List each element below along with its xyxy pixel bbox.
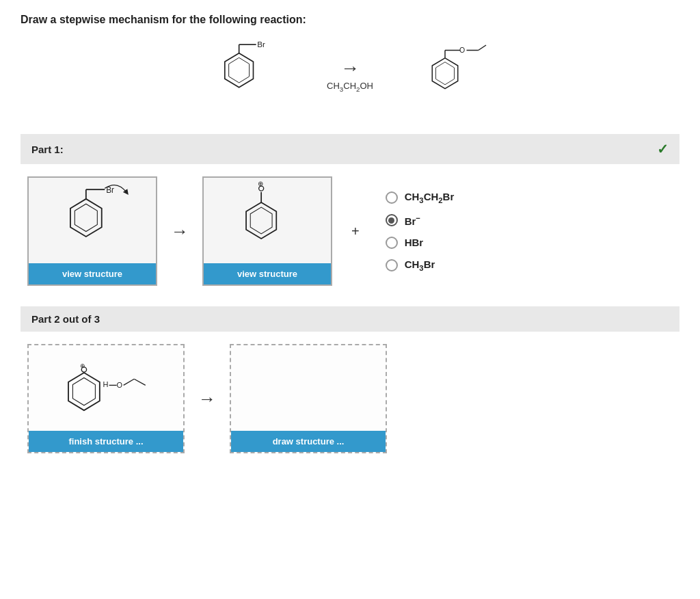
svg-line-30 xyxy=(124,379,135,385)
svg-line-31 xyxy=(134,379,146,385)
part1-molecule-img-1: Br xyxy=(29,178,156,263)
part1-molecule-box-2: ⊕ view structure xyxy=(202,176,332,286)
svg-text:H: H xyxy=(103,380,108,388)
part2-header: Part 2 out of 3 xyxy=(21,306,679,332)
part1-content: Br view structure → xyxy=(21,176,679,286)
radio-option-1[interactable]: CH3CH2Br xyxy=(386,191,455,204)
part2-molecule-img-2 xyxy=(231,345,386,431)
radio-circle-2[interactable] xyxy=(386,214,398,226)
plus-sign: + xyxy=(351,224,360,239)
svg-text:Br: Br xyxy=(257,40,265,49)
svg-text:⊕: ⊕ xyxy=(258,181,263,187)
product-molecule: O xyxy=(394,38,517,114)
reactant-svg: Br xyxy=(193,38,296,114)
svg-marker-19 xyxy=(250,207,272,234)
radio-options-group: CH3CH2Br Br− HBr CH3Br xyxy=(386,191,455,272)
radio-option-4[interactable]: CH3Br xyxy=(386,258,455,272)
finish-structure-btn[interactable]: finish structure ... xyxy=(29,431,183,452)
svg-marker-1 xyxy=(229,57,250,83)
reaction-arrow-group: → CH3CH2OH xyxy=(327,59,373,93)
part1-product-svg: ⊕ xyxy=(216,181,319,260)
reagent-label: CH3CH2OH xyxy=(327,81,373,93)
svg-marker-24 xyxy=(72,377,95,405)
radio-option-2[interactable]: Br− xyxy=(386,214,455,227)
reaction-arrow: → xyxy=(340,59,360,78)
svg-marker-14 xyxy=(75,204,97,231)
part1-reactant-svg: Br xyxy=(41,183,144,258)
part2-molecule-img-1: ⊕ H O xyxy=(29,345,183,431)
part1-molecule-box-1: Br view structure xyxy=(27,176,157,286)
radio-circle-1[interactable] xyxy=(386,191,398,204)
reaction-display: Br → CH3CH2OH O xyxy=(21,38,679,114)
svg-text:O: O xyxy=(117,381,123,389)
part2-arrow: → xyxy=(198,388,216,410)
part2-content: ⊕ H O finish structure ... → draw struct… xyxy=(21,344,679,453)
svg-text:O: O xyxy=(459,46,465,54)
part2-molecule-box-2: draw structure ... xyxy=(230,344,387,453)
svg-line-12 xyxy=(479,45,486,51)
radio-circle-4[interactable] xyxy=(386,259,398,271)
part1-checkmark: ✓ xyxy=(657,141,669,157)
view-structure-btn-1[interactable]: view structure xyxy=(29,263,156,284)
part2-molecule-box-1: ⊕ H O finish structure ... xyxy=(27,344,185,453)
option-label-2: Br− xyxy=(405,214,420,227)
radio-circle-3[interactable] xyxy=(386,237,398,249)
option-label-1: CH3CH2Br xyxy=(405,191,455,204)
part1-header: Part 1: ✓ xyxy=(21,134,679,164)
part2-reactant-svg: ⊕ H O xyxy=(44,351,167,426)
page-title: Draw a stepwise mechanism for the follow… xyxy=(21,14,679,26)
part2-label: Part 2 out of 3 xyxy=(31,313,100,325)
part1-label: Part 1: xyxy=(31,144,64,155)
option-label-3: HBr xyxy=(405,237,424,248)
product-svg: O xyxy=(404,38,507,114)
svg-marker-6 xyxy=(435,62,454,85)
draw-structure-btn[interactable]: draw structure ... xyxy=(231,431,386,452)
svg-text:⊕: ⊕ xyxy=(80,362,85,369)
part1-arrow: → xyxy=(171,221,189,242)
part1-molecule-img-2: ⊕ xyxy=(204,178,331,263)
radio-option-3[interactable]: HBr xyxy=(386,237,455,249)
view-structure-btn-2[interactable]: view structure xyxy=(204,263,331,284)
reactant-molecule: Br xyxy=(183,38,306,114)
option-label-4: CH3Br xyxy=(405,258,435,272)
